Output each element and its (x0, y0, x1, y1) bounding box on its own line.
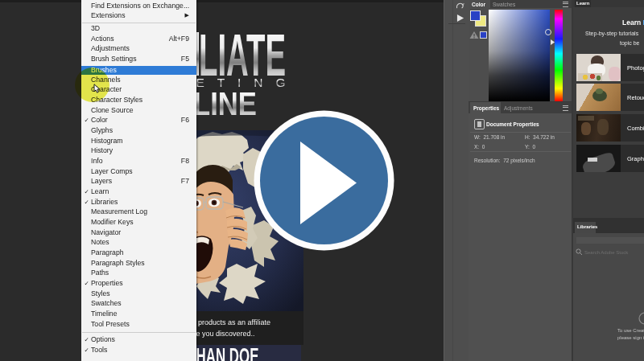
svg-text:LIATE: LIATE (199, 21, 286, 88)
svg-text:LINE: LINE (193, 86, 257, 121)
svg-text:HAN DOE: HAN DOE (196, 344, 259, 361)
svg-text:e you discovered..: e you discovered.. (196, 330, 255, 338)
svg-text:products as an affiliate: products as an affiliate (198, 318, 270, 326)
